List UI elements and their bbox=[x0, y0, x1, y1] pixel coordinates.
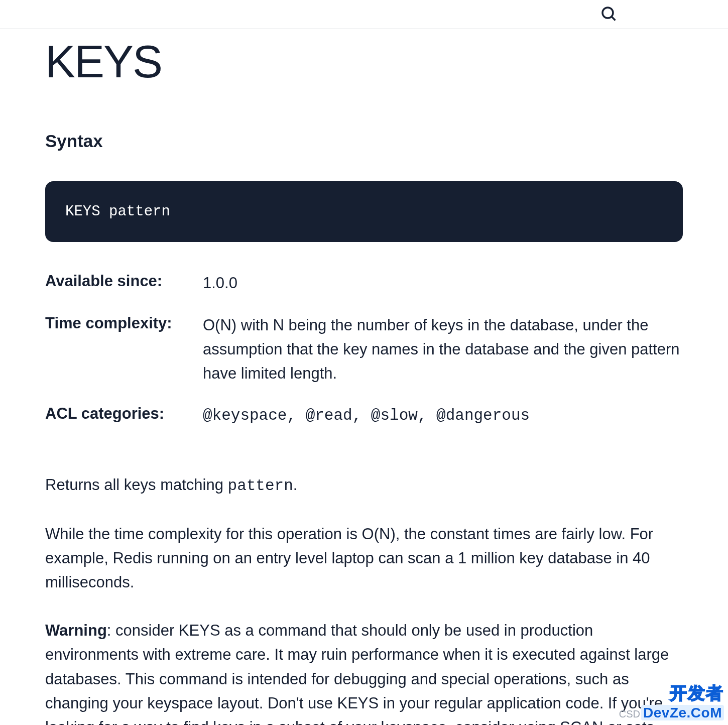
meta-table: Available since: 1.0.0 Time complexity: … bbox=[45, 271, 683, 428]
paragraph-returns: Returns all keys matching pattern. bbox=[45, 473, 683, 498]
meta-row-time-complexity: Time complexity: O(N) with N being the n… bbox=[45, 313, 683, 386]
p1-code: pattern bbox=[228, 477, 293, 495]
syntax-heading: Syntax bbox=[45, 131, 683, 151]
page-title: KEYS bbox=[45, 36, 683, 88]
search-icon[interactable] bbox=[599, 5, 618, 25]
warning-body: : consider KEYS as a command that should… bbox=[45, 622, 669, 725]
p1-prefix: Returns all keys matching bbox=[45, 476, 228, 494]
warning-end: . bbox=[654, 718, 659, 725]
meta-row-acl: ACL categories: @keyspace, @read, @slow,… bbox=[45, 404, 683, 428]
warning-mid: or bbox=[603, 718, 626, 725]
p1-suffix: . bbox=[293, 476, 298, 494]
acl-value: @keyspace, @read, @slow, @dangerous bbox=[203, 404, 683, 428]
topbar bbox=[0, 0, 728, 29]
body-text: Returns all keys matching pattern. While… bbox=[45, 473, 683, 725]
paragraph-warning: Warning: consider KEYS as a command that… bbox=[45, 619, 683, 725]
scan-link[interactable]: SCAN bbox=[560, 718, 603, 725]
svg-line-1 bbox=[612, 17, 615, 20]
syntax-code: KEYS pattern bbox=[65, 203, 170, 220]
warning-label: Warning bbox=[45, 622, 107, 639]
available-since-value: 1.0.0 bbox=[203, 271, 683, 295]
main-content: KEYS Syntax KEYS pattern Available since… bbox=[45, 36, 683, 725]
time-complexity-label: Time complexity: bbox=[45, 313, 203, 332]
sets-link[interactable]: sets bbox=[626, 718, 654, 725]
time-complexity-value: O(N) with N being the number of keys in … bbox=[203, 313, 683, 386]
available-since-label: Available since: bbox=[45, 271, 203, 290]
paragraph-complexity: While the time complexity for this opera… bbox=[45, 522, 683, 594]
meta-row-available-since: Available since: 1.0.0 bbox=[45, 271, 683, 295]
acl-label: ACL categories: bbox=[45, 404, 203, 423]
syntax-code-block: KEYS pattern bbox=[45, 181, 683, 242]
svg-point-0 bbox=[602, 8, 613, 18]
